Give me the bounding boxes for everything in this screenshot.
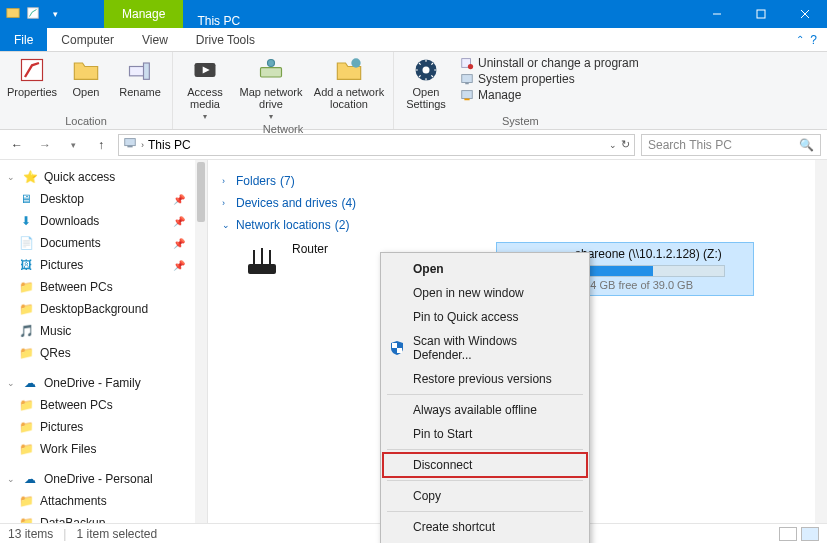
tab-view[interactable]: View — [128, 28, 182, 51]
ctx-pin-start[interactable]: Pin to Start — [383, 422, 587, 446]
forward-button[interactable]: → — [34, 134, 56, 156]
chevron-right-icon[interactable]: › — [141, 140, 144, 150]
rename-label: Rename — [119, 86, 161, 98]
pin-icon: 📌 — [173, 216, 185, 227]
access-media-label: Access media — [181, 86, 229, 110]
ctx-defender-scan[interactable]: Scan with Windows Defender... — [383, 329, 587, 367]
tree-pictures-2[interactable]: 📁Pictures — [0, 416, 207, 438]
tree-desktop[interactable]: 🖥Desktop📌 — [0, 188, 207, 210]
tree-music[interactable]: 🎵Music — [0, 320, 207, 342]
svg-point-12 — [268, 60, 275, 67]
menu-separator — [387, 511, 583, 512]
chevron-down-icon: ▾ — [203, 112, 207, 121]
capacity-bar — [575, 265, 725, 277]
map-drive-button[interactable]: Map network drive ▾ — [235, 56, 307, 121]
manage-label: Manage — [478, 88, 521, 102]
nav-tree[interactable]: ⌄⭐Quick access 🖥Desktop📌 ⬇Downloads📌 📄Do… — [0, 160, 208, 523]
tree-onedrive-family[interactable]: ⌄☁OneDrive - Family — [0, 372, 207, 394]
ctx-open-new-window[interactable]: Open in new window — [383, 281, 587, 305]
manage-icon — [460, 88, 474, 102]
tab-file[interactable]: File — [0, 28, 47, 51]
tree-pictures[interactable]: 🖼Pictures📌 — [0, 254, 207, 276]
tree-work-files[interactable]: 📁Work Files — [0, 438, 207, 460]
ctx-offline[interactable]: Always available offline — [383, 398, 587, 422]
pin-icon: 📌 — [173, 238, 185, 249]
ctx-pin-quick-access[interactable]: Pin to Quick access — [383, 305, 587, 329]
tree-quick-access[interactable]: ⌄⭐Quick access — [0, 166, 207, 188]
section-netloc-count: (2) — [335, 218, 350, 232]
add-location-button[interactable]: Add a network location — [313, 56, 385, 121]
explorer-icon — [6, 6, 20, 23]
chevron-right-icon: › — [222, 176, 232, 186]
minimize-button[interactable] — [695, 0, 739, 28]
address-dropdown[interactable]: ⌄↻ — [609, 138, 630, 151]
section-folders[interactable]: › Folders (7) — [214, 170, 821, 192]
properties-qat-icon[interactable] — [26, 6, 40, 23]
svg-point-17 — [468, 64, 473, 69]
open-button[interactable]: Open — [62, 56, 110, 98]
content-scrollbar[interactable] — [815, 160, 827, 523]
system-props-button[interactable]: System properties — [460, 72, 639, 86]
system-props-icon — [460, 72, 474, 86]
ribbon-group-system: Open Settings Uninstall or change a prog… — [394, 52, 647, 129]
svg-rect-0 — [7, 8, 19, 17]
map-drive-icon — [257, 56, 285, 84]
icons-view-button[interactable] — [801, 527, 819, 541]
ctx-restore-versions[interactable]: Restore previous versions — [383, 367, 587, 391]
section-devices-label: Devices and drives — [236, 196, 337, 210]
tree-scrollbar[interactable] — [195, 160, 207, 523]
tree-downloads[interactable]: ⬇Downloads📌 — [0, 210, 207, 232]
shareone-label: shareone (\\10.1.2.128) (Z:) — [575, 247, 745, 261]
details-view-button[interactable] — [779, 527, 797, 541]
close-button[interactable] — [783, 0, 827, 28]
downloads-icon: ⬇ — [18, 213, 34, 229]
rename-button[interactable]: Rename — [116, 56, 164, 98]
svg-rect-23 — [248, 264, 276, 274]
ctx-disconnect[interactable]: Disconnect — [383, 453, 587, 477]
search-input[interactable]: Search This PC 🔍 — [641, 134, 821, 156]
tree-between-pcs-2[interactable]: 📁Between PCs — [0, 394, 207, 416]
tree-qres[interactable]: 📁QRes — [0, 342, 207, 364]
recent-dropdown[interactable]: ▾ — [62, 134, 84, 156]
window-controls — [695, 0, 827, 28]
tree-between-pcs[interactable]: 📁Between PCs — [0, 276, 207, 298]
tree-documents[interactable]: 📄Documents📌 — [0, 232, 207, 254]
up-button[interactable]: ↑ — [90, 134, 112, 156]
breadcrumb-current[interactable]: This PC — [148, 138, 191, 152]
manage-button[interactable]: Manage — [460, 88, 639, 102]
svg-rect-22 — [127, 146, 132, 148]
folder-icon: 📁 — [18, 419, 34, 435]
tree-databackup[interactable]: 📁DataBackup — [0, 512, 207, 523]
maximize-button[interactable] — [739, 0, 783, 28]
access-media-button[interactable]: Access media ▾ — [181, 56, 229, 121]
nav-bar: ← → ▾ ↑ › This PC ⌄↻ Search This PC 🔍 — [0, 130, 827, 160]
open-label: Open — [73, 86, 100, 98]
properties-icon — [18, 56, 46, 84]
help-icon[interactable]: ? — [810, 33, 817, 47]
svg-rect-3 — [757, 10, 765, 18]
uninstall-button[interactable]: Uninstall or change a program — [460, 56, 639, 70]
tree-onedrive-personal[interactable]: ⌄☁OneDrive - Personal — [0, 468, 207, 490]
ribbon-collapse[interactable]: ⌃ ? — [786, 28, 827, 51]
tree-attachments[interactable]: 📁Attachments — [0, 490, 207, 512]
tab-drive-tools[interactable]: Drive Tools — [182, 28, 269, 51]
ctx-create-shortcut[interactable]: Create shortcut — [383, 515, 587, 539]
section-devices[interactable]: › Devices and drives (4) — [214, 192, 821, 214]
ctx-copy[interactable]: Copy — [383, 484, 587, 508]
address-bar[interactable]: › This PC ⌄↻ — [118, 134, 635, 156]
ctx-open[interactable]: Open — [383, 257, 587, 281]
music-icon: 🎵 — [18, 323, 34, 339]
tab-manage[interactable]: Manage — [104, 0, 183, 28]
tree-desktopbg[interactable]: 📁DesktopBackground — [0, 298, 207, 320]
section-netloc[interactable]: ⌄ Network locations (2) — [214, 214, 821, 236]
folder-icon: 📁 — [18, 493, 34, 509]
settings-icon — [412, 56, 440, 84]
tab-computer[interactable]: Computer — [47, 28, 128, 51]
router-icon — [242, 242, 282, 282]
open-settings-button[interactable]: Open Settings — [402, 56, 450, 110]
back-button[interactable]: ← — [6, 134, 28, 156]
ctx-rename[interactable]: Rename — [383, 539, 587, 543]
properties-button[interactable]: Properties — [8, 56, 56, 98]
qat-dropdown-icon[interactable]: ▾ — [53, 9, 58, 19]
open-icon — [72, 56, 100, 84]
